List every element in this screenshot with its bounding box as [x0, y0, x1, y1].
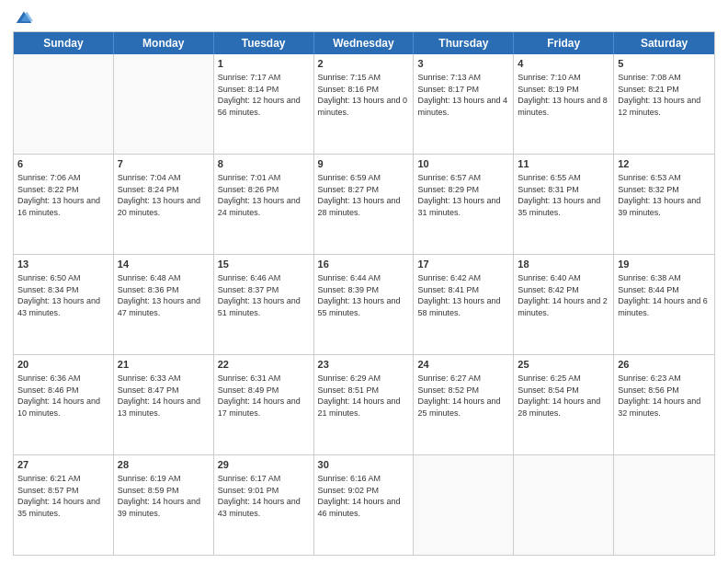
day-number: 13: [17, 258, 109, 271]
day-number: 24: [417, 358, 509, 372]
sun-info: Sunrise: 6:57 AM Sunset: 8:29 PM Dayligh…: [417, 173, 500, 217]
sun-info: Sunrise: 6:40 AM Sunset: 8:42 PM Dayligh…: [518, 273, 608, 317]
calendar-row-0: 1Sunrise: 7:17 AM Sunset: 8:14 PM Daylig…: [14, 54, 714, 154]
sun-info: Sunrise: 6:33 AM Sunset: 8:47 PM Dayligh…: [118, 373, 200, 418]
day-number: 2: [318, 57, 410, 71]
calendar-cell: 13Sunrise: 6:50 AM Sunset: 8:34 PM Dayli…: [14, 255, 114, 354]
calendar-cell: 9Sunrise: 6:59 AM Sunset: 8:27 PM Daylig…: [314, 155, 415, 254]
day-number: 19: [618, 258, 711, 271]
calendar-row-1: 6Sunrise: 7:06 AM Sunset: 8:22 PM Daylig…: [14, 154, 714, 254]
calendar-cell: 3Sunrise: 7:13 AM Sunset: 8:17 PM Daylig…: [414, 54, 514, 154]
day-number: 22: [218, 358, 310, 372]
sun-info: Sunrise: 6:29 AM Sunset: 8:51 PM Dayligh…: [318, 373, 401, 418]
sun-info: Sunrise: 7:08 AM Sunset: 8:21 PM Dayligh…: [618, 73, 700, 117]
calendar-cell: 23Sunrise: 6:29 AM Sunset: 8:51 PM Dayli…: [314, 355, 415, 454]
logo: [13, 9, 33, 28]
calendar-cell: 22Sunrise: 6:31 AM Sunset: 8:49 PM Dayli…: [214, 355, 314, 454]
calendar-cell: 7Sunrise: 7:04 AM Sunset: 8:24 PM Daylig…: [114, 155, 214, 254]
day-number: 17: [417, 258, 509, 271]
sun-info: Sunrise: 6:55 AM Sunset: 8:31 PM Dayligh…: [518, 173, 600, 217]
sun-info: Sunrise: 6:42 AM Sunset: 8:41 PM Dayligh…: [417, 273, 500, 317]
day-number: 14: [118, 258, 210, 271]
calendar-header: SundayMondayTuesdayWednesdayThursdayFrid…: [14, 32, 714, 54]
calendar-cell: [614, 455, 714, 555]
logo-icon: [15, 9, 33, 28]
calendar-body: 1Sunrise: 7:17 AM Sunset: 8:14 PM Daylig…: [14, 54, 714, 555]
day-number: 21: [118, 358, 210, 372]
day-number: 9: [318, 157, 410, 171]
page-header: [13, 9, 715, 28]
sun-info: Sunrise: 6:44 AM Sunset: 8:39 PM Dayligh…: [318, 273, 401, 317]
sun-info: Sunrise: 6:50 AM Sunset: 8:34 PM Dayligh…: [17, 273, 100, 317]
calendar-cell: 19Sunrise: 6:38 AM Sunset: 8:44 PM Dayli…: [614, 255, 714, 354]
calendar-cell: 21Sunrise: 6:33 AM Sunset: 8:47 PM Dayli…: [114, 355, 214, 454]
calendar-cell: [114, 54, 214, 154]
calendar-cell: 26Sunrise: 6:23 AM Sunset: 8:56 PM Dayli…: [614, 355, 714, 454]
sun-info: Sunrise: 6:59 AM Sunset: 8:27 PM Dayligh…: [318, 173, 401, 217]
calendar: SundayMondayTuesdayWednesdayThursdayFrid…: [13, 31, 715, 556]
calendar-cell: [14, 54, 114, 154]
calendar-cell: 20Sunrise: 6:36 AM Sunset: 8:46 PM Dayli…: [14, 355, 114, 454]
day-number: 4: [518, 57, 609, 71]
day-number: 1: [218, 57, 310, 71]
day-number: 11: [518, 157, 609, 171]
calendar-row-4: 27Sunrise: 6:21 AM Sunset: 8:57 PM Dayli…: [14, 454, 714, 555]
calendar-cell: [514, 455, 614, 555]
header-tuesday: Tuesday: [214, 32, 314, 54]
day-number: 8: [218, 157, 310, 171]
day-number: 23: [318, 358, 410, 372]
header-monday: Monday: [114, 32, 214, 54]
sun-info: Sunrise: 7:04 AM Sunset: 8:24 PM Dayligh…: [118, 173, 200, 217]
day-number: 12: [618, 157, 711, 171]
calendar-cell: 24Sunrise: 6:27 AM Sunset: 8:52 PM Dayli…: [414, 355, 514, 454]
calendar-cell: 28Sunrise: 6:19 AM Sunset: 8:59 PM Dayli…: [114, 455, 214, 555]
calendar-cell: 11Sunrise: 6:55 AM Sunset: 8:31 PM Dayli…: [514, 155, 614, 254]
calendar-cell: 6Sunrise: 7:06 AM Sunset: 8:22 PM Daylig…: [14, 155, 114, 254]
header-wednesday: Wednesday: [314, 32, 415, 54]
sun-info: Sunrise: 7:10 AM Sunset: 8:19 PM Dayligh…: [518, 73, 608, 117]
sun-info: Sunrise: 6:21 AM Sunset: 8:57 PM Dayligh…: [17, 474, 100, 518]
sun-info: Sunrise: 6:36 AM Sunset: 8:46 PM Dayligh…: [17, 373, 100, 418]
sun-info: Sunrise: 6:27 AM Sunset: 8:52 PM Dayligh…: [417, 373, 500, 418]
calendar-cell: 29Sunrise: 6:17 AM Sunset: 9:01 PM Dayli…: [214, 455, 314, 555]
calendar-cell: 1Sunrise: 7:17 AM Sunset: 8:14 PM Daylig…: [214, 54, 314, 154]
day-number: 10: [417, 157, 509, 171]
sun-info: Sunrise: 6:19 AM Sunset: 8:59 PM Dayligh…: [118, 474, 200, 518]
header-friday: Friday: [514, 32, 614, 54]
day-number: 5: [618, 57, 711, 71]
calendar-cell: 12Sunrise: 6:53 AM Sunset: 8:32 PM Dayli…: [614, 155, 714, 254]
sun-info: Sunrise: 6:23 AM Sunset: 8:56 PM Dayligh…: [618, 373, 700, 418]
sun-info: Sunrise: 6:31 AM Sunset: 8:49 PM Dayligh…: [218, 373, 301, 418]
sun-info: Sunrise: 7:06 AM Sunset: 8:22 PM Dayligh…: [17, 173, 100, 217]
header-sunday: Sunday: [14, 32, 114, 54]
calendar-row-3: 20Sunrise: 6:36 AM Sunset: 8:46 PM Dayli…: [14, 354, 714, 454]
sun-info: Sunrise: 6:17 AM Sunset: 9:01 PM Dayligh…: [218, 474, 301, 518]
day-number: 25: [518, 358, 609, 372]
sun-info: Sunrise: 6:38 AM Sunset: 8:44 PM Dayligh…: [618, 273, 708, 317]
calendar-row-2: 13Sunrise: 6:50 AM Sunset: 8:34 PM Dayli…: [14, 254, 714, 354]
sun-info: Sunrise: 7:15 AM Sunset: 8:16 PM Dayligh…: [318, 73, 408, 117]
day-number: 28: [118, 458, 210, 472]
day-number: 7: [118, 157, 210, 171]
calendar-cell: 30Sunrise: 6:16 AM Sunset: 9:02 PM Dayli…: [314, 455, 415, 555]
calendar-cell: 2Sunrise: 7:15 AM Sunset: 8:16 PM Daylig…: [314, 54, 415, 154]
calendar-cell: 16Sunrise: 6:44 AM Sunset: 8:39 PM Dayli…: [314, 255, 415, 354]
day-number: 3: [417, 57, 509, 71]
calendar-cell: 10Sunrise: 6:57 AM Sunset: 8:29 PM Dayli…: [414, 155, 514, 254]
day-number: 20: [17, 358, 109, 372]
calendar-cell: 4Sunrise: 7:10 AM Sunset: 8:19 PM Daylig…: [514, 54, 614, 154]
calendar-cell: 14Sunrise: 6:48 AM Sunset: 8:36 PM Dayli…: [114, 255, 214, 354]
day-number: 30: [318, 458, 410, 472]
day-number: 6: [17, 157, 109, 171]
day-number: 16: [318, 258, 410, 271]
sun-info: Sunrise: 7:13 AM Sunset: 8:17 PM Dayligh…: [417, 73, 507, 117]
day-number: 29: [218, 458, 310, 472]
sun-info: Sunrise: 7:01 AM Sunset: 8:26 PM Dayligh…: [218, 173, 301, 217]
sun-info: Sunrise: 7:17 AM Sunset: 8:14 PM Dayligh…: [218, 73, 301, 117]
sun-info: Sunrise: 6:16 AM Sunset: 9:02 PM Dayligh…: [318, 474, 401, 518]
sun-info: Sunrise: 6:53 AM Sunset: 8:32 PM Dayligh…: [618, 173, 700, 217]
calendar-cell: 15Sunrise: 6:46 AM Sunset: 8:37 PM Dayli…: [214, 255, 314, 354]
calendar-cell: 5Sunrise: 7:08 AM Sunset: 8:21 PM Daylig…: [614, 54, 714, 154]
sun-info: Sunrise: 6:48 AM Sunset: 8:36 PM Dayligh…: [118, 273, 200, 317]
calendar-cell: 8Sunrise: 7:01 AM Sunset: 8:26 PM Daylig…: [214, 155, 314, 254]
